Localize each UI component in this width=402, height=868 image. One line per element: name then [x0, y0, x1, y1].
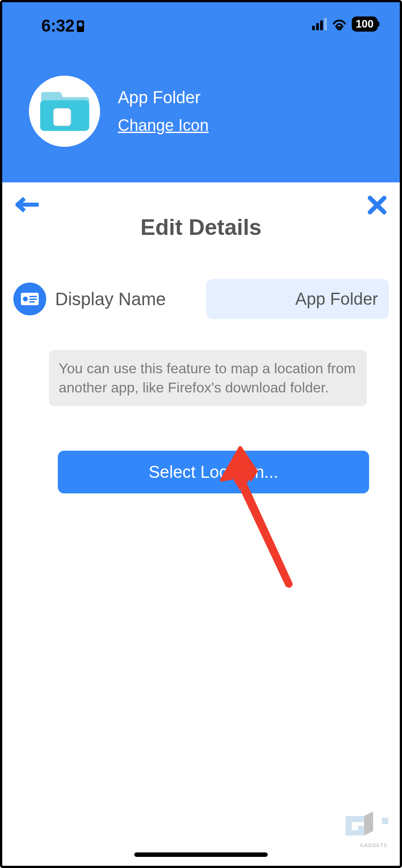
home-indicator[interactable]: [134, 852, 268, 857]
watermark: GADGETS: [342, 808, 391, 848]
display-name-value: App Folder: [295, 290, 378, 309]
status-bar: 6:32 100: [2, 2, 400, 53]
svg-rect-6: [29, 299, 37, 300]
status-time: 6:32: [41, 16, 84, 36]
select-location-button[interactable]: Select Location...: [58, 451, 369, 493]
folder-header: App Folder Change Icon: [2, 53, 400, 182]
display-name-label: Display Name: [55, 289, 197, 309]
display-name-row: Display Name App Folder: [13, 279, 389, 319]
svg-rect-7: [29, 301, 35, 303]
folder-icon: [39, 90, 90, 133]
svg-line-9: [243, 484, 289, 584]
folder-avatar[interactable]: [29, 76, 100, 147]
page-title: Edit Details: [2, 214, 400, 240]
watermark-text: GADGETS: [360, 843, 387, 848]
svg-rect-1: [53, 108, 71, 125]
battery-level-text: 100: [356, 18, 374, 30]
camera-indicator-icon: [77, 20, 84, 32]
info-description: You can use this feature to map a locati…: [49, 350, 367, 406]
display-name-input[interactable]: App Folder: [206, 279, 389, 319]
id-card-icon: [20, 292, 39, 306]
time-text: 6:32: [41, 16, 74, 36]
close-button[interactable]: [368, 196, 386, 214]
svg-point-4: [23, 297, 28, 302]
watermark-logo-icon: [342, 808, 391, 848]
back-button[interactable]: [16, 196, 40, 214]
status-icons: 100: [312, 16, 378, 32]
field-icon-circle: [13, 283, 46, 315]
close-icon: [368, 196, 386, 214]
battery-icon: 100: [352, 16, 378, 32]
svg-rect-11: [382, 818, 388, 824]
back-arrow-icon: [16, 196, 40, 214]
wifi-icon: [332, 18, 346, 30]
folder-title: App Folder: [118, 88, 209, 107]
svg-rect-5: [29, 296, 37, 297]
change-icon-link[interactable]: Change Icon: [118, 116, 209, 135]
cellular-signal-icon: [312, 18, 327, 30]
